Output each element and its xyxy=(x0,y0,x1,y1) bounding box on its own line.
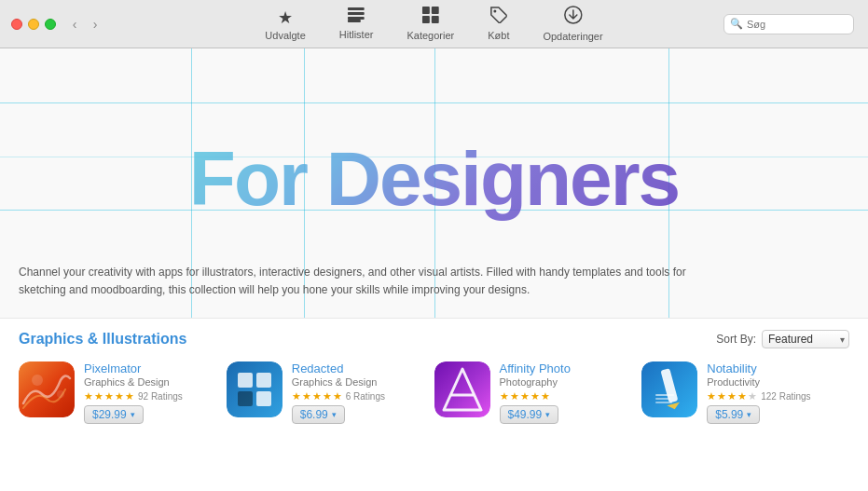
price-btn-pixelmator[interactable]: $29.99 ▾ xyxy=(84,405,144,424)
star4: ★ xyxy=(115,390,124,402)
sort-select-wrapper: Featured Most Recent Top Rated xyxy=(762,330,849,348)
star3: ★ xyxy=(104,390,114,402)
sort-select[interactable]: Featured Most Recent Top Rated xyxy=(762,330,849,348)
star4: ★ xyxy=(737,390,747,402)
toolbar-label-featured: Udvalgte xyxy=(265,30,305,41)
star4: ★ xyxy=(530,390,540,402)
star1: ★ xyxy=(500,390,509,402)
sort-by-label: Sort By: xyxy=(716,333,756,346)
search-icon: 🔍 xyxy=(730,18,743,30)
svg-point-8 xyxy=(493,10,496,13)
price-label-affinity: $49.99 xyxy=(508,408,543,421)
app-icon-pixelmator[interactable] xyxy=(19,361,75,417)
app-name-affinity[interactable]: Affinity Photo xyxy=(500,361,629,375)
dropdown-arrow-pixelmator: ▾ xyxy=(131,410,135,419)
app-category-redacted: Graphics & Design xyxy=(292,376,421,388)
svg-rect-13 xyxy=(227,361,282,417)
star4: ★ xyxy=(323,390,332,402)
stars-redacted: ★ ★ ★ ★ ★ 6 Ratings xyxy=(292,390,421,402)
svg-rect-14 xyxy=(238,373,253,388)
app-name-notability[interactable]: Notability xyxy=(707,361,836,375)
stars-pixelmator: ★ ★ ★ ★ ★ 92 Ratings xyxy=(84,390,214,402)
app-info-affinity: Affinity Photo Photography ★ ★ ★ ★ ★ $49… xyxy=(500,361,629,424)
app-icon-affinity[interactable] xyxy=(434,361,490,417)
dropdown-arrow-redacted: ▾ xyxy=(332,410,337,419)
toolbar-label-updates: Opdateringer xyxy=(543,31,602,42)
svg-rect-7 xyxy=(432,16,439,23)
app-icon-redacted[interactable] xyxy=(227,361,282,417)
stars-notability: ★ ★ ★ ★ ★ 122 Ratings xyxy=(707,390,836,402)
svg-rect-5 xyxy=(432,7,439,14)
main-content: For Designers Channel your creativity wi… xyxy=(0,48,868,491)
toolbar-item-charts[interactable]: Hitlister xyxy=(323,2,391,46)
app-card-redacted: Redacted Graphics & Design ★ ★ ★ ★ ★ 6 R… xyxy=(227,361,434,424)
star1: ★ xyxy=(84,390,93,402)
toolbar-item-categories[interactable]: Kategorier xyxy=(390,1,471,47)
toolbar-label-purchased: Købt xyxy=(488,30,509,41)
price-btn-redacted[interactable]: $6.99 ▾ xyxy=(292,405,345,424)
svg-rect-24 xyxy=(655,402,672,403)
nav-back-forward: ‹ › xyxy=(56,15,104,34)
listings-section: Graphics & Illustrations Sort By: Featur… xyxy=(0,319,868,424)
svg-rect-15 xyxy=(256,373,271,388)
star5: ★ xyxy=(748,390,757,402)
star3: ★ xyxy=(520,390,530,402)
price-label-notability: $5.99 xyxy=(715,408,743,421)
star3: ★ xyxy=(312,390,322,402)
app-card-affinity: Affinity Photo Photography ★ ★ ★ ★ ★ $49… xyxy=(434,361,642,424)
svg-point-12 xyxy=(57,390,64,398)
app-name-redacted[interactable]: Redacted xyxy=(292,361,421,375)
search-bar: 🔍 xyxy=(723,14,854,34)
toolbar-item-purchased[interactable]: Købt xyxy=(471,1,526,47)
maximize-button[interactable] xyxy=(45,19,56,30)
price-btn-affinity[interactable]: $49.99 ▾ xyxy=(500,405,559,424)
section-title: Graphics & Illustrations xyxy=(19,331,186,348)
hero-description: Channel your creativity with apps for il… xyxy=(19,264,718,299)
search-input[interactable] xyxy=(747,19,847,30)
app-card-notability: Notability Productivity ★ ★ ★ ★ ★ 122 Ra… xyxy=(641,361,849,424)
app-category-pixelmator: Graphics & Design xyxy=(84,376,214,388)
close-button[interactable] xyxy=(11,19,22,30)
hero-title: For Designers xyxy=(189,135,679,223)
app-category-notability: Productivity xyxy=(707,376,836,388)
section-header: Graphics & Illustrations Sort By: Featur… xyxy=(19,330,849,348)
stars-affinity: ★ ★ ★ ★ ★ xyxy=(500,390,629,402)
apps-row: Pixelmator Graphics & Design ★ ★ ★ ★ ★ 9… xyxy=(19,361,849,424)
svg-rect-22 xyxy=(655,394,674,396)
star5: ★ xyxy=(541,390,550,402)
svg-rect-4 xyxy=(422,7,430,14)
toolbar-item-updates[interactable]: Opdateringer xyxy=(526,0,619,48)
tag-icon xyxy=(490,7,507,28)
list-icon xyxy=(348,7,365,27)
price-label-redacted: $6.99 xyxy=(300,408,328,421)
app-info-pixelmator: Pixelmator Graphics & Design ★ ★ ★ ★ ★ 9… xyxy=(84,361,214,424)
back-button[interactable]: ‹ xyxy=(65,15,84,34)
star5: ★ xyxy=(125,390,134,402)
svg-rect-17 xyxy=(256,391,271,406)
app-category-affinity: Photography xyxy=(500,376,629,388)
app-icon-notability[interactable] xyxy=(641,361,697,417)
price-btn-notability[interactable]: $5.99 ▾ xyxy=(707,405,760,424)
app-name-pixelmator[interactable]: Pixelmator xyxy=(84,361,214,375)
star2: ★ xyxy=(717,390,726,402)
svg-rect-1 xyxy=(348,12,365,15)
svg-rect-2 xyxy=(348,17,365,20)
star-icon: ★ xyxy=(278,7,293,28)
ratings-count-pixelmator: 92 Ratings xyxy=(138,391,183,402)
toolbar-nav: ★ Udvalgte Hitlister xyxy=(248,0,619,48)
star1: ★ xyxy=(292,390,301,402)
toolbar-item-featured[interactable]: ★ Udvalgte xyxy=(248,2,322,47)
star5: ★ xyxy=(333,390,342,402)
grid-icon xyxy=(422,7,439,28)
svg-rect-3 xyxy=(348,20,361,22)
dropdown-arrow-affinity: ▾ xyxy=(545,410,550,419)
ratings-count-notability: 122 Ratings xyxy=(761,391,810,402)
star2: ★ xyxy=(302,390,311,402)
star2: ★ xyxy=(510,390,519,402)
star2: ★ xyxy=(94,390,103,402)
minimize-button[interactable] xyxy=(28,19,39,30)
dropdown-arrow-notability: ▾ xyxy=(747,410,751,419)
traffic-lights xyxy=(0,19,56,30)
forward-button[interactable]: › xyxy=(86,15,104,34)
ratings-count-redacted: 6 Ratings xyxy=(346,391,385,402)
